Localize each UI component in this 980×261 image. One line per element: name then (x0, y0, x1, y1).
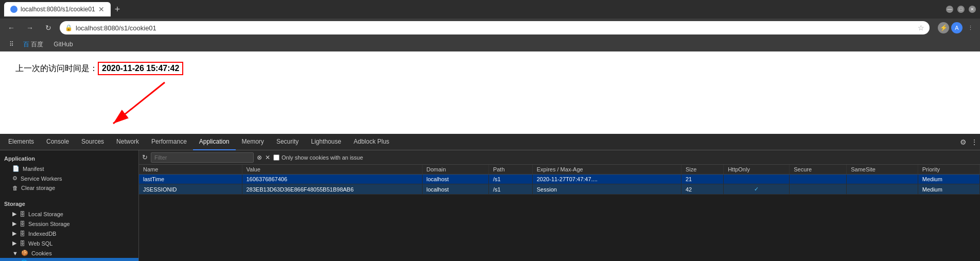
cell-secure (790, 175, 847, 184)
devtools-body: Application 📄 Manifest ⚙ Service Workers… (0, 150, 980, 261)
maximize-button[interactable]: □ (957, 6, 965, 13)
sidebar-local-storage-label: Local Storage (28, 211, 63, 217)
cookies-refresh-button[interactable]: ↻ (142, 153, 148, 161)
application-section: Application 📄 Manifest ⚙ Service Workers… (0, 150, 138, 196)
tab-network[interactable]: Network (110, 134, 145, 150)
profile-icon[interactable]: A (951, 22, 962, 33)
sidebar-item-localhost[interactable]: 🌐 http://localhost:8080 (0, 258, 138, 261)
cell-value: 1606376867406 (242, 175, 422, 184)
col-expires[interactable]: Expires / Max-Age (532, 165, 681, 175)
cell-httponly: ✓ (724, 184, 790, 195)
baidu-icon: 百 (23, 41, 29, 48)
apps-button[interactable]: ⠿ (6, 40, 17, 49)
sidebar-item-manifest[interactable]: 📄 Manifest (0, 164, 138, 173)
table-header-row: Name Value Domain Path Expires / Max-Age… (139, 165, 980, 175)
issue-filter-label[interactable]: Only show cookies with an issue (273, 154, 363, 161)
new-tab-button[interactable]: + (111, 4, 125, 15)
minimize-button[interactable]: — (946, 6, 953, 13)
col-secure[interactable]: Secure (790, 165, 847, 175)
session-storage-icon: 🗄 (20, 221, 25, 227)
browser-toolbar-icons: ⚡ A ⋮ (938, 22, 976, 33)
page-content: 上一次的访问时间是：2020-11-26 15:47:42 (0, 51, 980, 134)
github-bookmark[interactable]: GitHub (49, 40, 77, 49)
apps-icon: ⠿ (9, 41, 14, 48)
bookmark-star-icon[interactable]: ☆ (918, 24, 924, 32)
cell-domain: localhost (422, 175, 488, 184)
col-value[interactable]: Value (242, 165, 422, 175)
tab-security[interactable]: Security (270, 134, 305, 150)
visit-time-box: 2020-11-26 15:47:42 (98, 62, 183, 75)
cell-path: /s1 (488, 184, 532, 195)
clear-filter-icon[interactable]: ⊗ (257, 154, 262, 161)
tab-favicon (10, 6, 18, 13)
address-bar: ← → ↻ 🔒 localhost:8080/s1/cookie01 ☆ ⚡ A… (0, 19, 980, 37)
tab-console[interactable]: Console (40, 134, 75, 150)
cell-priority: Medium (918, 175, 979, 184)
close-filter-icon[interactable]: ✕ (265, 154, 270, 161)
cell-expires: 2020-11-27T07:47:47.... (532, 175, 681, 184)
cell-value: 283EB13D63D36E866F48055B51B98AB6 (242, 184, 422, 195)
tab-elements[interactable]: Elements (2, 134, 40, 150)
sidebar-session-storage-label: Session Storage (28, 221, 70, 227)
devtools-tabs: Elements Console Sources Network Perform… (0, 134, 980, 150)
reload-button[interactable]: ↻ (41, 21, 56, 35)
tab-memory[interactable]: Memory (236, 134, 270, 150)
devtools-more-icon[interactable]: ⋮ (971, 138, 978, 146)
cell-path: /s1 (488, 175, 532, 184)
col-name[interactable]: Name (139, 165, 242, 175)
sidebar-item-service-workers[interactable]: ⚙ Service Workers (0, 173, 138, 183)
back-button[interactable]: ← (4, 21, 19, 35)
col-size[interactable]: Size (681, 165, 723, 175)
cookies-icon: 🍪 (21, 250, 28, 256)
sidebar-item-cookies[interactable]: ▼ 🍪 Cookies (0, 248, 138, 258)
devtools-main: ↻ ⊗ ✕ Only show cookies with an issue Na… (139, 150, 980, 261)
sidebar-clear-storage-label: Clear storage (21, 185, 55, 191)
application-section-title: Application (0, 153, 138, 164)
table-row[interactable]: lastTime1606376867406localhost/s12020-11… (139, 175, 980, 184)
col-path[interactable]: Path (488, 165, 532, 175)
devtools-settings-icon[interactable]: ⚙ (960, 138, 967, 146)
sidebar: Application 📄 Manifest ⚙ Service Workers… (0, 150, 139, 261)
issue-filter-checkbox[interactable] (273, 154, 279, 161)
sidebar-cookies-label: Cookies (31, 250, 52, 256)
baidu-bookmark[interactable]: 百 百度 (19, 39, 47, 50)
forward-button[interactable]: → (23, 21, 37, 35)
cookie-table-body: lastTime1606376867406localhost/s12020-11… (139, 175, 980, 195)
storage-section-title: Storage (0, 199, 138, 209)
table-row[interactable]: JSESSIONID283EB13D63D36E866F48055B51B98A… (139, 184, 980, 195)
visit-info: 上一次的访问时间是：2020-11-26 15:47:42 (15, 62, 183, 75)
cell-name: lastTime (139, 175, 242, 184)
cell-size: 21 (681, 175, 723, 184)
sidebar-item-session-storage[interactable]: ▶ 🗄 Session Storage (0, 219, 138, 229)
sidebar-item-clear-storage[interactable]: 🗑 Clear storage (0, 183, 138, 193)
cookies-table-wrapper: Name Value Domain Path Expires / Max-Age… (139, 165, 980, 261)
cookies-table: Name Value Domain Path Expires / Max-Age… (139, 165, 980, 195)
sidebar-item-local-storage[interactable]: ▶ 🗄 Local Storage (0, 209, 138, 219)
indexeddb-expand-icon: ▶ (12, 230, 16, 237)
url-bar[interactable]: 🔒 localhost:8080/s1/cookie01 ☆ (60, 21, 930, 34)
sidebar-item-web-sql[interactable]: ▶ 🗄 Web SQL (0, 238, 138, 248)
cell-httponly (724, 175, 790, 184)
tab-application[interactable]: Application (193, 134, 236, 150)
col-samesite[interactable]: SameSite (847, 165, 918, 175)
tab-performance[interactable]: Performance (145, 134, 193, 150)
tab-close-btn[interactable]: ✕ (98, 5, 104, 13)
col-priority[interactable]: Priority (918, 165, 979, 175)
tab-lighthouse[interactable]: Lighthouse (305, 134, 347, 150)
col-domain[interactable]: Domain (422, 165, 488, 175)
red-arrow (93, 77, 175, 139)
settings-icon[interactable]: ⋮ (965, 22, 976, 33)
cookies-filter-input[interactable] (151, 152, 254, 163)
local-storage-icon: 🗄 (20, 211, 25, 217)
cell-samesite (847, 175, 918, 184)
close-button[interactable]: ✕ (969, 6, 976, 13)
service-workers-icon: ⚙ (12, 175, 18, 182)
extensions-icon[interactable]: ⚡ (938, 22, 949, 33)
active-tab[interactable]: localhost:8080/s1/cookie01 ✕ (4, 2, 111, 16)
sidebar-item-indexeddb[interactable]: ▶ 🗄 IndexedDB (0, 229, 138, 238)
visit-label: 上一次的访问时间是： (15, 64, 98, 73)
baidu-label: 百度 (31, 41, 43, 48)
tab-sources[interactable]: Sources (75, 134, 110, 150)
col-httponly[interactable]: HttpOnly (724, 165, 790, 175)
tab-adblock[interactable]: Adblock Plus (347, 134, 395, 150)
